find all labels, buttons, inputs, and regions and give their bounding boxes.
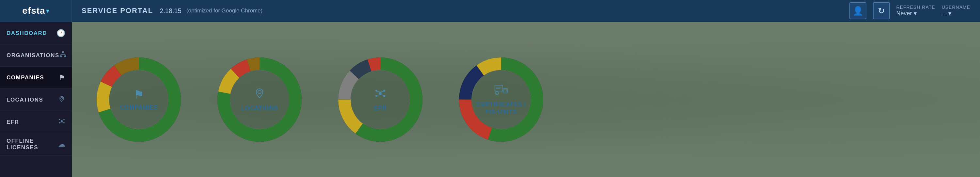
offline-licenses-icon: ☁ [58, 140, 65, 148]
svg-line-13 [60, 120, 62, 120]
efr-center: EFR [354, 88, 406, 112]
sidebar-item-companies-label: COMPANIES [6, 75, 59, 81]
svg-rect-55 [503, 88, 508, 93]
refresh-rate-label: REFRESH RATE [896, 5, 935, 10]
svg-line-42 [377, 91, 380, 92]
sidebar-item-locations-label: LOCATIONS [6, 97, 58, 103]
svg-point-10 [63, 119, 65, 120]
svg-rect-2 [64, 56, 66, 57]
organisations-icon [59, 51, 67, 60]
header: efsta ▾ SERVICE PORTAL 2.18.15 (optimize… [0, 0, 980, 22]
username-label: USERNAME [942, 5, 970, 10]
svg-point-11 [59, 122, 60, 123]
svg-line-16 [62, 122, 64, 123]
companies-chart[interactable]: ⚑ COMPANIES [91, 52, 186, 147]
locations-chart[interactable]: LOCATIONS [212, 52, 307, 147]
companies-icon: ⚑ [59, 73, 65, 82]
service-version: 2.18.15 [160, 7, 181, 15]
efr-center-icon [374, 88, 386, 102]
certificates-center: ★ CERTIFICATES / FIS-UNITS [475, 84, 527, 115]
sidebar-item-offline-licenses-label: OFFLINE LICENSES [6, 138, 58, 151]
certificates-center-icon: ★ [494, 84, 508, 99]
refresh-button[interactable]: ↻ [873, 2, 890, 19]
service-portal-label: SERVICE PORTAL [82, 6, 153, 15]
logo-arrow: ▾ [46, 7, 49, 15]
sidebar-item-efr-label: EFR [6, 119, 58, 125]
locations-center: LOCATIONS [234, 88, 286, 112]
svg-text:★: ★ [496, 93, 498, 95]
logo-area: efsta ▾ [0, 0, 72, 22]
dashboard-icon: 🕐 [56, 29, 65, 38]
svg-point-7 [61, 97, 63, 99]
svg-line-14 [62, 120, 64, 120]
refresh-rate-dropdown-icon: ▾ [914, 10, 917, 17]
refresh-icon: ↻ [878, 6, 885, 16]
locations-center-label: LOCATIONS [241, 105, 278, 112]
sidebar-item-organisations[interactable]: ORGANISATIONS [0, 45, 72, 67]
svg-rect-0 [62, 51, 64, 53]
sidebar-item-offline-licenses[interactable]: OFFLINE LICENSES ☁ [0, 133, 72, 155]
svg-line-45 [380, 95, 383, 96]
companies-center-label: COMPANIES [120, 104, 158, 112]
companies-center: ⚑ COMPANIES [113, 88, 165, 112]
sidebar-item-organisations-label: ORGANISATIONS [6, 52, 59, 59]
sidebar-item-locations[interactable]: LOCATIONS [0, 89, 72, 111]
svg-rect-1 [60, 56, 62, 57]
main-layout: DASHBOARD 🕐 ORGANISATIONS COMPANIES ⚑ [0, 22, 980, 177]
efr-center-label: EFR [374, 105, 387, 112]
username-dropdown-icon: ▾ [948, 10, 951, 17]
service-info: SERVICE PORTAL 2.18.15 (optimized for Go… [72, 6, 850, 15]
svg-rect-52 [495, 85, 503, 91]
notification-icon: 👤 [853, 6, 863, 16]
svg-rect-56 [504, 89, 507, 92]
sidebar-item-companies[interactable]: COMPANIES ⚑ [0, 67, 72, 89]
svg-point-29 [258, 91, 261, 94]
efr-icon [58, 118, 65, 127]
svg-point-12 [63, 122, 65, 123]
header-right: 👤 ↻ REFRESH RATE Never ▾ USERNAME ... ▾ [850, 2, 980, 19]
locations-icon [58, 96, 65, 105]
sidebar: DASHBOARD 🕐 ORGANISATIONS COMPANIES ⚑ [0, 22, 72, 177]
svg-point-9 [59, 119, 60, 120]
username-value[interactable]: ... ▾ [942, 10, 951, 17]
logo-text: efsta [22, 6, 45, 16]
service-optimized-note: (optimized for Google Chrome) [186, 8, 262, 14]
refresh-rate-section: REFRESH RATE Never ▾ [896, 5, 935, 17]
certificates-chart[interactable]: ★ CERTIFICATES / FIS-UNITS [454, 52, 549, 147]
refresh-rate-value[interactable]: Never ▾ [896, 10, 917, 17]
content-area: ⚑ COMPANIES [72, 22, 980, 177]
efr-chart[interactable]: EFR [333, 52, 428, 147]
locations-center-icon [254, 88, 266, 102]
certificates-center-label: CERTIFICATES / FIS-UNITS [475, 101, 527, 115]
notification-button[interactable]: 👤 [850, 2, 866, 19]
companies-center-icon: ⚑ [134, 88, 144, 102]
sidebar-item-efr[interactable]: EFR [0, 111, 72, 133]
svg-line-15 [60, 122, 62, 123]
username-section: USERNAME ... ▾ [942, 5, 970, 17]
sidebar-item-dashboard-label: DASHBOARD [6, 30, 56, 37]
svg-line-44 [377, 95, 380, 96]
sidebar-item-dashboard[interactable]: DASHBOARD 🕐 [0, 22, 72, 45]
svg-line-43 [380, 91, 383, 92]
svg-point-37 [379, 92, 382, 95]
svg-point-8 [61, 120, 63, 122]
